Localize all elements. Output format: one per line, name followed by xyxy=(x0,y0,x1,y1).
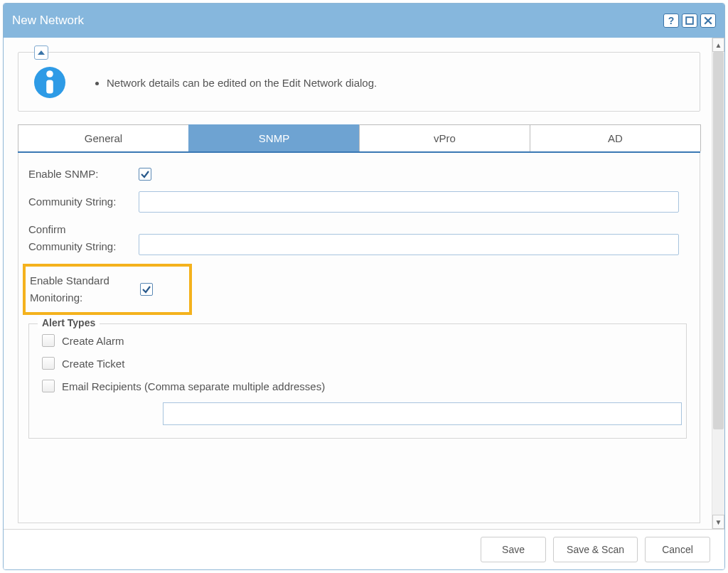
save-and-scan-button[interactable]: Save & Scan xyxy=(553,537,638,562)
enable-standard-monitoring-label: Enable Standard Monitoring: xyxy=(30,272,140,306)
email-recipients-label: Email Recipients (Comma separate multipl… xyxy=(62,380,325,392)
collapse-toggle[interactable] xyxy=(34,45,48,60)
close-button[interactable] xyxy=(700,14,716,28)
tab-bar: General SNMP vPro AD xyxy=(18,124,700,153)
info-text: Network details can be edited on the Edi… xyxy=(94,77,377,89)
scroll-down-button[interactable]: ▼ xyxy=(712,515,724,529)
create-alarm-label: Create Alarm xyxy=(62,335,124,347)
enable-standard-monitoring-checkbox[interactable] xyxy=(140,283,153,296)
scroll-up-button[interactable]: ▲ xyxy=(712,38,724,52)
community-string-input[interactable] xyxy=(139,191,679,213)
svg-rect-2 xyxy=(46,80,53,93)
tab-snmp[interactable]: SNMP xyxy=(188,124,360,151)
dialog-title: New Network xyxy=(12,14,84,28)
confirm-community-input[interactable] xyxy=(139,234,679,255)
email-recipients-input[interactable] xyxy=(163,402,682,425)
create-ticket-label: Create Ticket xyxy=(62,358,124,370)
alert-types-legend: Alert Types xyxy=(38,317,100,328)
alert-types-fieldset: Alert Types Create Alarm Create Ticket xyxy=(28,323,687,439)
snmp-panel: Enable SNMP: Community String: Confirm C… xyxy=(18,153,700,523)
tab-vpro[interactable]: vPro xyxy=(359,124,530,151)
community-string-label: Community String: xyxy=(28,193,139,210)
tab-general[interactable]: General xyxy=(18,124,189,151)
save-button[interactable]: Save xyxy=(481,537,546,562)
enable-snmp-label: Enable SNMP: xyxy=(28,166,139,183)
svg-point-1 xyxy=(46,70,53,77)
enable-standard-monitoring-highlight: Enable Standard Monitoring: xyxy=(23,264,192,315)
svg-rect-0 xyxy=(686,17,693,24)
tab-ad[interactable]: AD xyxy=(530,124,701,151)
help-button[interactable]: ? xyxy=(663,14,679,28)
cancel-button[interactable]: Cancel xyxy=(645,537,710,562)
maximize-button[interactable] xyxy=(682,14,697,28)
confirm-community-label: Confirm Community String: xyxy=(28,221,139,255)
vertical-scrollbar[interactable]: ▲ ▼ xyxy=(712,38,724,529)
scroll-thumb[interactable] xyxy=(713,52,724,429)
create-ticket-checkbox[interactable] xyxy=(42,357,55,370)
info-panel: Network details can be edited on the Edi… xyxy=(18,52,700,112)
window-buttons: ? xyxy=(663,14,716,28)
create-alarm-checkbox[interactable] xyxy=(42,334,55,347)
dialog-window: New Network ? Network details can be edi… xyxy=(3,3,725,570)
titlebar: New Network ? xyxy=(4,4,724,38)
dialog-body: Network details can be edited on the Edi… xyxy=(4,38,712,529)
dialog-footer: Save Save & Scan Cancel xyxy=(4,529,724,569)
info-icon xyxy=(34,67,65,98)
enable-snmp-checkbox[interactable] xyxy=(139,168,151,181)
info-message: Network details can be edited on the Edi… xyxy=(107,77,377,89)
email-recipients-checkbox[interactable] xyxy=(42,380,55,392)
